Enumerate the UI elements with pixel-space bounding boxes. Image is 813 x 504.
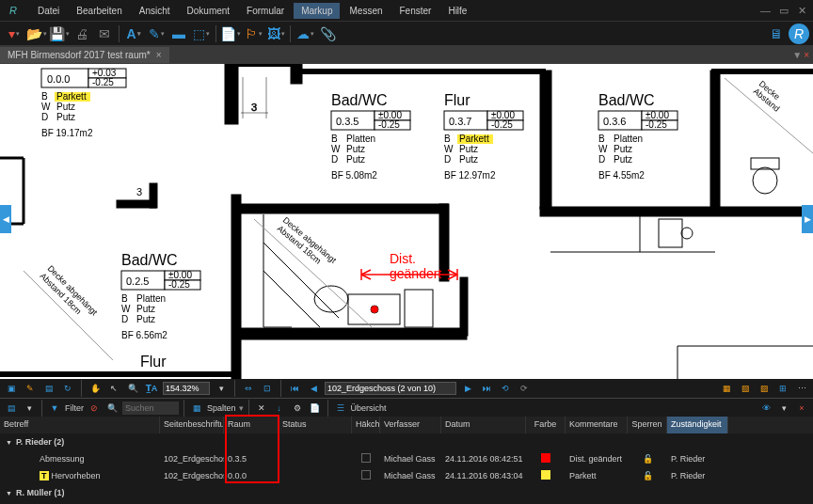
menu-ansicht[interactable]: Ansicht [132,3,178,19]
columns-label: Spalten [207,403,236,413]
open-file-button[interactable]: 📂 [26,24,47,44]
table-row[interactable]: Abmessung102_Erdgeschoss0.3.5Michael Gas… [0,450,813,467]
hide-icon[interactable]: 👁 [758,401,773,416]
left-nav-handle[interactable]: ◀ [0,205,11,233]
last-page-button[interactable]: ⏭ [479,381,494,396]
tab-close-all-icon[interactable]: × [804,50,809,60]
zoom-input[interactable] [163,382,210,395]
new-file-button[interactable]: ▾ [4,24,24,44]
panel-menu-icon[interactable]: ▾ [776,401,791,416]
tab-pin-icon[interactable]: ▼ [792,50,802,60]
svg-text:Bad/WC: Bad/WC [331,92,388,108]
select-tool[interactable]: ↖ [106,381,121,396]
layers-icon[interactable]: ▤ [41,381,56,396]
drawing-canvas[interactable]: 0.0.0 +0.03 -0.25 BParkett WPutz DPutz B… [0,64,813,379]
menu-datei[interactable]: Datei [30,3,67,19]
col-kommentare[interactable]: Kommentare [566,417,628,433]
menu-bearbeiten[interactable]: Bearbeiten [69,3,129,19]
col-raum[interactable]: Raum [224,417,279,433]
pdf-icon[interactable]: 📄 [308,401,323,416]
menu-fenster[interactable]: Fenster [392,3,439,19]
col-betreff[interactable]: Betreff [0,417,160,433]
close-button[interactable]: ✕ [798,5,809,16]
menu-messen[interactable]: Messen [342,3,390,19]
revu-icon[interactable]: R [789,24,809,44]
grid3-icon[interactable]: ▨ [757,381,772,396]
group-row[interactable]: P. Rieder (2) [0,433,813,450]
col-seite[interactable]: Seitenbeschriftung [160,417,224,433]
image-tool[interactable]: 🖼 [265,24,286,44]
search-icon[interactable]: 🔍 [104,401,120,416]
menu-markup[interactable]: Markup [294,3,340,19]
svg-text:Putz: Putz [459,144,478,154]
menu-formular[interactable]: Formular [239,3,292,19]
text-tool[interactable]: A [123,24,144,44]
prev-view-button[interactable]: ⟲ [498,381,513,396]
flag-tool[interactable]: 🏳 [243,24,263,44]
panel-close-icon[interactable]: × [794,401,809,416]
save-button[interactable]: 💾 [49,24,70,44]
email-button[interactable]: ✉ [94,24,115,44]
col-datum[interactable]: Datum [441,417,526,433]
page-input[interactable] [325,382,456,395]
svg-text:BF 4.55m2: BF 4.55m2 [598,170,645,181]
monitor-icon[interactable]: 🖥 [766,24,787,44]
filter-icon[interactable]: ▼ [47,401,62,416]
col-farbe[interactable]: Farbe [526,417,566,433]
first-page-button[interactable]: ⏮ [287,381,302,396]
col-zustaendigkeit[interactable]: Zuständigkeit [667,417,728,433]
align-icon[interactable]: ⊞ [775,381,790,396]
cloud-tool[interactable]: ☁ [295,24,315,44]
col-hakchen[interactable]: Häkchen [352,417,380,433]
svg-text:D: D [444,154,451,165]
svg-text:0.3.6: 0.3.6 [603,116,626,127]
stamp-tool[interactable]: 📄 [220,24,241,44]
svg-text:-0.25: -0.25 [168,279,190,290]
maximize-button[interactable]: ▭ [779,5,790,16]
svg-text:0.3.5: 0.3.5 [336,116,359,127]
import-icon[interactable]: ↓ [272,401,287,416]
overview-icon[interactable]: ☰ [333,401,348,416]
zoom-tool[interactable]: 🔍 [125,381,140,396]
columns-icon[interactable]: ▦ [189,401,204,416]
col-status[interactable]: Status [279,417,352,433]
pan-tool[interactable]: ✋ [88,381,103,396]
print-button[interactable]: 🖨 [72,24,92,44]
svg-text:W: W [121,304,131,314]
col-verfasser[interactable]: Verfasser [380,417,441,433]
pen-tool[interactable]: ✎ [146,24,167,44]
right-nav-handle[interactable]: ▶ [802,205,813,233]
text-select-icon[interactable]: T̲A [144,381,159,396]
next-page-button[interactable]: ▶ [460,381,475,396]
col-sperren[interactable]: Sperren [628,417,667,433]
grid2-icon[interactable]: ▧ [738,381,753,396]
document-tab[interactable]: MFH Birmensdorf 2017 test raum* × [0,47,169,63]
grid1-icon[interactable]: ▦ [719,381,734,396]
panel-list-icon[interactable]: ▤ [4,401,19,416]
shape-tool[interactable]: ⬚ [191,24,212,44]
zoom-dropdown[interactable]: ▾ [214,381,229,396]
split-view-icon[interactable]: ▣ [4,381,19,396]
svg-text:Parkett: Parkett [56,91,87,102]
menu-dokument[interactable]: Dokument [180,3,238,19]
panel-collapse-icon[interactable]: ▾ [22,401,37,416]
group-row[interactable]: R. Müller (1) [0,484,813,501]
table-row[interactable]: THervorheben102_Erdgeschoss0.0.0Michael … [0,467,813,484]
svg-rect-12 [232,196,240,379]
attach-tool[interactable]: 📎 [317,24,338,44]
tab-close-icon[interactable]: × [156,50,162,60]
next-view-button[interactable]: ⟳ [517,381,532,396]
highlight-tool[interactable]: ▬ [168,24,189,44]
search-input[interactable] [122,402,179,415]
fit-page-icon[interactable]: ⊡ [260,381,275,396]
markup-icon[interactable]: ✎ [23,381,38,396]
fit-width-icon[interactable]: ⇔ [241,381,256,396]
settings-icon[interactable]: ⚙ [290,401,305,416]
sync-icon[interactable]: ↻ [60,381,75,396]
prev-page-button[interactable]: ◀ [306,381,321,396]
clear-filter-icon[interactable]: ⊘ [87,401,102,416]
minimize-button[interactable]: — [760,5,772,16]
menu-hilfe[interactable]: Hilfe [440,3,474,19]
export-icon[interactable]: ✕ [254,401,269,416]
more-icon[interactable]: ⋯ [794,381,809,396]
